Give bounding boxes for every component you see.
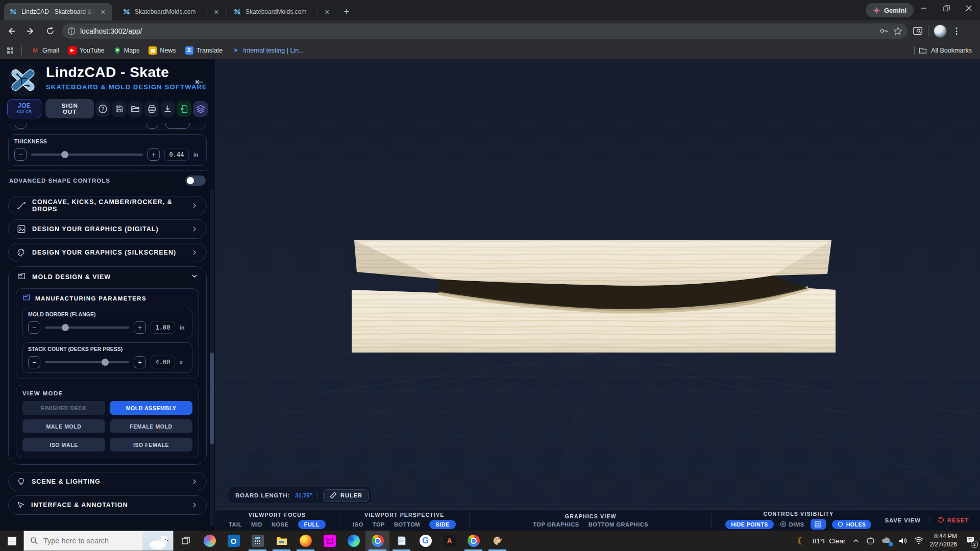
perspective-bottom[interactable]: BOTTOM <box>394 521 420 528</box>
layers-button[interactable] <box>193 101 208 117</box>
view-mode-finished-deck[interactable]: FINISHED DECK <box>22 401 105 415</box>
outlook-app[interactable]: O <box>222 531 246 551</box>
sign-out-button[interactable]: SIGN OUT <box>45 99 94 118</box>
holes-button[interactable]: HOLES <box>832 520 872 529</box>
window-restore-button[interactable] <box>935 0 958 16</box>
back-button[interactable] <box>3 23 19 39</box>
help-button[interactable] <box>95 101 110 117</box>
bookmark-star-icon[interactable] <box>893 27 902 36</box>
address-bar[interactable]: localhost:3002/app/ <box>62 23 908 39</box>
profile-avatar[interactable] <box>934 24 947 38</box>
section-concave-kicks[interactable]: CONCAVE, KICKS, CAMBER/ROCKER, & DROPS <box>8 196 207 215</box>
bookmark-translate[interactable]: 文Translate <box>185 46 223 55</box>
password-key-icon[interactable] <box>879 26 889 36</box>
advanced-shape-controls-toggle[interactable] <box>185 176 206 186</box>
focus-mid[interactable]: MID <box>251 521 262 528</box>
save-button[interactable] <box>112 101 127 117</box>
meet-now-icon[interactable] <box>866 537 875 545</box>
window-close-button[interactable] <box>958 0 980 16</box>
tab-close-icon[interactable]: ✕ <box>323 8 331 16</box>
start-button[interactable] <box>0 531 23 551</box>
view-mode-iso-female[interactable]: ISO FEMALE <box>110 438 192 452</box>
gemini-button[interactable]: Gemini <box>866 3 914 17</box>
section-graphics-digital[interactable]: DESIGN YOUR GRAPHICS (DIGITAL) <box>8 219 207 239</box>
import-export-button[interactable] <box>177 101 191 117</box>
ruler-button[interactable]: RULER <box>323 489 369 502</box>
notification-center-icon[interactable]: 2 <box>966 536 975 546</box>
sidebar-search-icon[interactable] <box>913 26 923 36</box>
weather-text[interactable]: 81°F Clear <box>813 537 846 545</box>
tab-skateboardmolds-2[interactable]: SkateboardMolds.com — Skate ✕ <box>228 3 336 20</box>
stack-count-slider[interactable] <box>45 361 129 363</box>
section-graphics-silkscreen[interactable]: DESIGN YOUR GRAPHICS (SILKSCREEN) <box>8 243 207 262</box>
collapse-sidebar-icon[interactable]: ⇤ <box>195 76 204 88</box>
focus-tail[interactable]: TAIL <box>229 521 242 528</box>
task-view-button[interactable] <box>174 531 198 551</box>
print-button[interactable] <box>144 101 159 117</box>
stack-count-slider-thumb[interactable] <box>102 359 109 366</box>
taskbar-clock[interactable]: 8:44 PM 2/27/2026 <box>930 533 957 548</box>
thickness-slider-thumb[interactable] <box>61 151 68 158</box>
top-graphics[interactable]: TOP GRAPHICS <box>533 521 579 528</box>
focus-nose[interactable]: NOSE <box>272 521 289 528</box>
stack-count-minus-button[interactable]: − <box>28 356 40 368</box>
focus-full[interactable]: FULL <box>298 520 326 529</box>
chrome-app-active[interactable] <box>365 531 389 551</box>
perspective-side[interactable]: SIDE <box>429 520 456 529</box>
notepad-app[interactable] <box>389 531 413 551</box>
open-folder-button[interactable] <box>128 101 143 117</box>
paint-app[interactable] <box>485 531 509 551</box>
mold-border-slider[interactable] <box>45 327 129 329</box>
onedrive-icon[interactable]: i <box>881 536 892 545</box>
file-explorer-app[interactable] <box>270 531 293 551</box>
stack-count-plus-button[interactable]: + <box>134 356 146 368</box>
chrome-app-2[interactable] <box>461 531 485 551</box>
stack-count-value[interactable]: 4.00 <box>151 356 175 368</box>
view-mode-female-mold[interactable]: FEMALE MOLD <box>110 419 192 433</box>
perspective-iso[interactable]: ISO <box>353 521 363 528</box>
edge-app[interactable] <box>341 531 365 551</box>
view-mode-mold-assembly[interactable]: MOLD ASSEMBLY <box>110 401 192 415</box>
mold-border-value[interactable]: 1.00 <box>151 321 175 334</box>
site-info-icon[interactable] <box>67 27 76 35</box>
grid-toggle-button[interactable] <box>811 519 826 530</box>
mold-border-plus-button[interactable]: + <box>134 321 146 334</box>
copilot-app[interactable] <box>198 531 222 551</box>
save-view-button[interactable]: SAVE VIEW <box>885 517 920 523</box>
reset-button[interactable]: RESET <box>938 517 969 523</box>
reload-button[interactable] <box>42 23 58 39</box>
window-minimize-button[interactable] <box>913 0 935 16</box>
tab-close-icon[interactable]: ✕ <box>212 8 220 16</box>
forward-button[interactable] <box>22 23 39 39</box>
browser-menu-icon[interactable] <box>952 27 961 36</box>
wifi-icon[interactable] <box>914 537 923 545</box>
bookmark-internal-testing[interactable]: ➤Internal testing | Lin... <box>232 46 304 55</box>
mold-design-header[interactable]: MOLD DESIGN & VIEW <box>9 267 206 287</box>
weather-moon-icon[interactable]: ☾ <box>797 535 806 547</box>
view-mode-male-mold[interactable]: MALE MOLD <box>22 419 105 433</box>
firefox-app[interactable] <box>293 531 317 551</box>
tab-close-icon[interactable]: ✕ <box>99 8 107 16</box>
section-interface-annotation[interactable]: INTERFACE & ANNOTATION <box>8 495 207 515</box>
tray-chevron-up-icon[interactable] <box>852 537 860 544</box>
all-bookmarks-label[interactable]: All Bookmarks <box>931 47 972 54</box>
mold-border-slider-thumb[interactable] <box>62 324 69 331</box>
thickness-slider[interactable] <box>31 154 143 156</box>
clipped-minus-button[interactable] <box>15 123 27 129</box>
thickness-minus-button[interactable]: − <box>14 148 27 161</box>
volume-icon[interactable] <box>898 537 908 545</box>
bookmark-news[interactable]: ▤News <box>149 46 176 55</box>
google-app[interactable]: G <box>413 531 437 551</box>
tab-lindzcad[interactable]: LindzCAD - Skateboard & Mold ✕ <box>4 3 112 20</box>
magenta-app[interactable] <box>317 531 341 551</box>
mold-border-minus-button[interactable]: − <box>28 321 40 334</box>
a-dark-app[interactable]: A <box>437 531 461 551</box>
calculator-app[interactable] <box>246 531 270 551</box>
taskbar-search[interactable] <box>23 531 174 551</box>
dims-toggle[interactable]: DIMS <box>780 521 804 528</box>
sidebar-scrollbar-thumb[interactable] <box>210 353 214 444</box>
perspective-top[interactable]: TOP <box>373 521 385 528</box>
new-tab-button[interactable]: + <box>339 5 354 19</box>
tab-skateboardmolds-1[interactable]: SkateboardMolds.com — Skate ✕ <box>117 3 226 20</box>
bottom-graphics[interactable]: BOTTOM GRAPHICS <box>589 521 649 528</box>
